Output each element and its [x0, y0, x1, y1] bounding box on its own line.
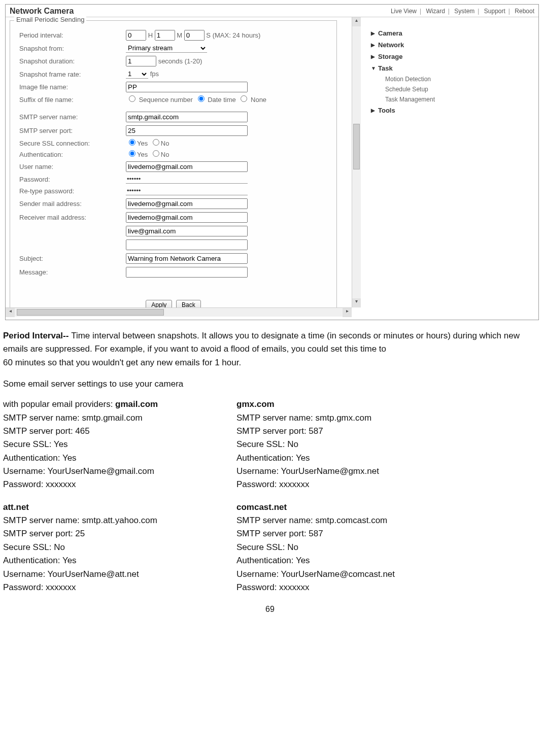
top-nav: Live View| Wizard| System| Support| Rebo… — [391, 8, 534, 15]
group-title: Email Periodic Sending — [14, 16, 86, 23]
snapshot-from-label: Snapshot from: — [19, 45, 126, 52]
scroll-up-icon[interactable]: ▴ — [352, 17, 361, 26]
side-storage[interactable]: ▶Storage — [371, 51, 483, 62]
caret-right-icon: ▶ — [371, 42, 378, 48]
nav-system[interactable]: System — [454, 8, 474, 15]
message-label: Message: — [19, 268, 126, 276]
retype-password-input[interactable] — [126, 187, 248, 195]
smtp-port-input[interactable] — [126, 125, 248, 136]
providers-intro: Some email server settings to use your c… — [3, 377, 537, 391]
period-seconds-input[interactable] — [184, 30, 205, 41]
suffix-label: Suffix of file name: — [19, 96, 126, 104]
gmail-port: SMTP server port: 465 — [3, 425, 236, 438]
nav-wizard[interactable]: Wizard — [426, 8, 445, 15]
att-auth: Authentication: Yes — [3, 554, 236, 567]
user-input[interactable] — [126, 161, 248, 172]
hscroll-thumb[interactable] — [17, 309, 164, 316]
nav-support[interactable]: Support — [484, 8, 505, 15]
snapshot-duration-label: Snapshot duration: — [19, 57, 126, 65]
subject-input[interactable] — [126, 253, 248, 264]
receiver-label: Receiver mail address: — [19, 214, 126, 221]
user-label: User name: — [19, 163, 126, 170]
document-body: Period Interval-- Time interval between … — [3, 329, 537, 616]
gmx-pwd: Password: xxxxxxx — [236, 478, 470, 491]
pwd-label: Password: — [19, 176, 126, 183]
comcast-port: SMTP server port: 587 — [236, 527, 470, 540]
provider-gmail: gmail.com — [115, 399, 158, 409]
sender-input[interactable] — [126, 198, 248, 209]
suffix-date-radio[interactable] — [198, 95, 205, 102]
side-tools[interactable]: ▶Tools — [371, 105, 483, 116]
gmail-server: SMTP server name: smtp.gmail.com — [3, 411, 236, 425]
auth-yes-radio[interactable] — [129, 150, 135, 157]
main-panel: Email Periodic Sending Period interval: … — [6, 17, 361, 320]
caret-right-icon: ▶ — [371, 54, 378, 59]
comcast-ssl: Secure SSL: No — [236, 541, 470, 554]
snapshot-rate-select[interactable]: 1 — [126, 70, 148, 79]
side-task[interactable]: ▼Task — [371, 62, 483, 74]
snapshot-rate-label: Snapshot frame rate: — [19, 71, 126, 78]
message-input[interactable] — [126, 267, 248, 278]
password-input[interactable] — [126, 175, 248, 184]
ssl-label: Secure SSL connection: — [19, 140, 126, 147]
subject-label: Subject: — [19, 255, 126, 262]
suffix-none-label: None — [251, 96, 266, 104]
providers-intro2: with popular email providers: — [3, 399, 115, 409]
auth-no-radio[interactable] — [153, 150, 159, 157]
provider-gmx: gmx.com — [236, 398, 470, 411]
period-interval-heading: Period Interval-- — [3, 331, 71, 340]
ssl-yes-radio[interactable] — [129, 139, 135, 146]
auth-yes-label: Yes — [137, 151, 148, 158]
vertical-scrollbar[interactable]: ▴ ▾ — [352, 17, 361, 307]
side-camera[interactable]: ▶Camera — [371, 27, 483, 39]
smtp-port-label: SMTP server port: — [19, 127, 126, 134]
comcast-auth: Authentication: Yes — [236, 554, 470, 567]
comcast-pwd: Password: xxxxxxx — [236, 581, 470, 594]
ssl-no-label: No — [161, 140, 169, 147]
seconds-unit: S (MAX: 24 hours) — [206, 31, 260, 39]
pwd2-label: Re-type password: — [19, 187, 126, 195]
caret-right-icon: ▶ — [371, 30, 378, 36]
receiver2-input[interactable] — [126, 226, 248, 236]
hours-unit: H — [148, 31, 153, 39]
vscroll-thumb[interactable] — [353, 124, 360, 169]
scroll-left-icon[interactable]: ◂ — [6, 308, 15, 317]
minutes-unit: M — [177, 31, 182, 39]
comcast-server: SMTP server name: smtp.comcast.com — [236, 514, 470, 527]
page-number: 69 — [3, 603, 537, 616]
ssl-yes-label: Yes — [137, 140, 148, 147]
snapshot-duration-input[interactable] — [126, 56, 156, 66]
provider-comcast: comcast.net — [236, 501, 470, 514]
att-pwd: Password: xxxxxxx — [3, 581, 236, 594]
ssl-no-radio[interactable] — [153, 139, 159, 146]
gmx-auth: Authentication: Yes — [236, 452, 470, 465]
snapshot-rate-suffix: fps — [150, 70, 159, 78]
comcast-user: Username: YourUserName@comcast.net — [236, 568, 470, 581]
auth-label: Authentication: — [19, 151, 126, 158]
period-minutes-input[interactable] — [155, 30, 175, 41]
side-task-mgmt[interactable]: Task Management — [371, 94, 483, 105]
snapshot-from-select[interactable]: Primary stream — [126, 44, 207, 53]
scroll-down-icon[interactable]: ▾ — [352, 298, 361, 307]
receiver1-input[interactable] — [126, 212, 248, 223]
scroll-right-icon[interactable]: ▸ — [343, 308, 352, 317]
suffix-none-radio[interactable] — [241, 95, 247, 102]
period-interval-desc: Time interval between snapshots. It allo… — [3, 331, 520, 354]
side-task-motion[interactable]: Motion Detection — [371, 74, 483, 84]
gmail-pwd: Password: xxxxxxx — [3, 478, 236, 491]
nav-reboot[interactable]: Reboot — [515, 8, 534, 15]
side-task-schedule[interactable]: Schedule Setup — [371, 84, 483, 94]
image-file-label: Image file name: — [19, 83, 126, 91]
suffix-seq-radio[interactable] — [129, 95, 135, 102]
att-ssl: Secure SSL: No — [3, 541, 236, 554]
gmx-user: Username: YourUserName@gmx.net — [236, 465, 470, 478]
smtp-server-input[interactable] — [126, 112, 248, 122]
receiver3-input[interactable] — [126, 239, 248, 250]
att-server: SMTP server name: smtp.att.yahoo.com — [3, 514, 236, 527]
nav-live-view[interactable]: Live View — [391, 8, 417, 15]
image-file-input[interactable] — [126, 82, 248, 92]
period-hours-input[interactable] — [126, 30, 146, 41]
horizontal-scrollbar[interactable]: ◂ ▸ — [6, 307, 352, 317]
att-user: Username: YourUserName@att.net — [3, 568, 236, 581]
side-network[interactable]: ▶Network — [371, 39, 483, 51]
